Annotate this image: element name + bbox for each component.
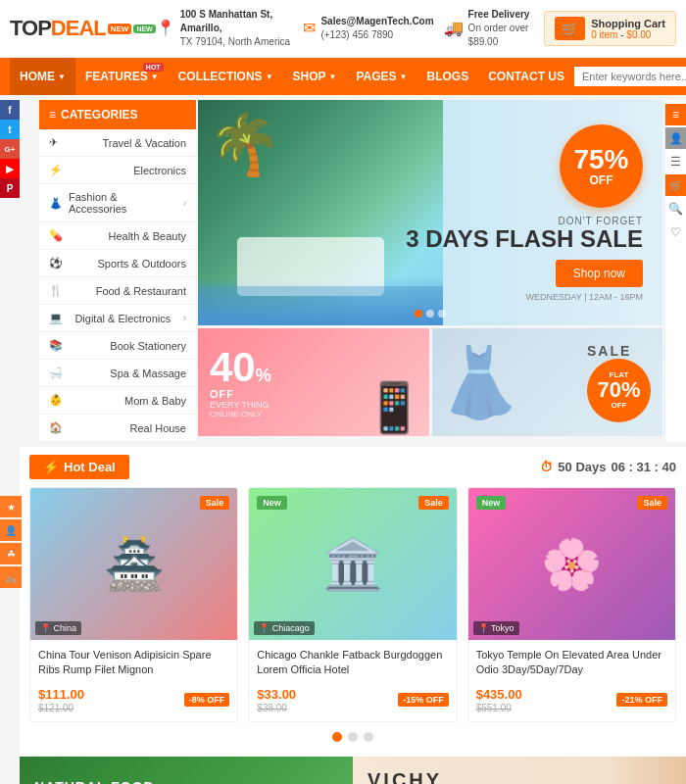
cat-electronics[interactable]: ⚡ Electronics [39,157,196,184]
product-3-sale-badge: Sale [637,496,667,510]
natural-food-banner[interactable]: NATURAL FOOD a step to better health 65%… [20,757,353,784]
social-googleplus[interactable]: G+ [0,139,20,159]
product-card-3[interactable]: 🌸 New Sale 📍 Tokyo Tokyo Temple On Eleva… [467,487,676,722]
email-icon: ✉ [303,18,316,39]
floating-btn-2[interactable]: 👤 [0,519,22,541]
cat-spa[interactable]: 🛁 Spa & Massage [39,360,196,387]
product-1-info: China Tour Venison Adipisicin Spare Ribs… [30,640,237,721]
hot-badge: HOT [143,63,164,72]
sub-banner1-text: 40% OFF EVERY THING ONLINE ONLY [210,347,271,418]
shop-arrow: ▼ [329,73,337,81]
dot-2[interactable] [426,310,434,318]
cat-book[interactable]: 📚 Book Stationery [39,332,196,360]
cat-house[interactable]: 🏠 Real House [39,415,196,442]
rs-list-btn[interactable]: ☰ [665,151,687,172]
product-2-sale-badge: Sale [418,496,449,510]
hero-palm-emoji: 🌴 [208,110,281,179]
cat-food[interactable]: 🍴 Food & Restaurant [39,277,196,305]
product-3-new-badge: New [476,496,507,510]
nav-blogs[interactable]: BLOGS [417,58,479,95]
nav-home[interactable]: HOME ▼ [10,58,75,95]
cat-fashion-label: Fashion & Accessories [69,191,177,215]
rs-heart-btn[interactable]: ♡ [665,221,687,243]
nav-collections[interactable]: COLLECTIONS ▼ [169,58,283,95]
product-pagination [29,732,676,742]
product-3-info: Tokyo Temple On Elevated Area Under Odio… [468,640,675,721]
hot-deal-section: ⚡ Hot Deal ⏱ 50 Days 06 : 31 : 40 🏯 Sale… [20,447,686,757]
cat-spa-icon: 🛁 [49,367,63,379]
cat-fashion[interactable]: 👗 Fashion & Accessories › [39,184,196,222]
pg-dot-3[interactable] [364,732,373,742]
cat-mom-icon: 👶 [49,394,63,407]
fashion-emoji: 👗 [437,342,522,422]
rs-cart-btn[interactable]: 🛒 [665,174,687,196]
cart-price: $0.00 [626,29,651,40]
dot-1[interactable] [415,310,422,318]
product-card-1[interactable]: 🏯 Sale 📍 China China Tour Venison Adipis… [29,487,238,722]
vichy-model: 👩 [608,757,686,784]
rs-user-btn[interactable]: 👤 [665,127,687,149]
nav-features[interactable]: FEATURES ▼ HOT [75,58,169,95]
product-card-2[interactable]: 🏛️ New Sale 📍 Chiacago Chicago Chankle F… [248,487,457,722]
pg-dot-1[interactable] [332,732,342,742]
hero-percent-badge: 75% OFF [560,124,643,208]
categories-sidebar: ≡ CATEGORIES ✈ Travel & Vacation ⚡ Elect… [39,100,196,442]
sub-banner-electronics[interactable]: 40% OFF EVERY THING ONLINE ONLY 📱 [198,328,429,436]
product-2-old-price: $38.00 [257,703,296,713]
products-grid: 🏯 Sale 📍 China China Tour Venison Adipis… [29,487,676,722]
logo[interactable]: TOPDEAL NEW NEW [10,16,156,41]
product-3-title: Tokyo Temple On Elevated Area Under Odio… [476,648,667,679]
product-2-price: $33.00 [257,687,296,702]
sub-banner1-percent: 40% [210,347,271,388]
sub-banner-fashion[interactable]: 👗 SALE FLAT 70% OFF [432,328,663,436]
product-1-title: China Tour Venison Adipisicin Spare Ribs… [38,648,229,679]
timer-clock-icon: ⏱ [540,460,553,474]
cart-label: Shopping Cart [591,18,665,29]
social-pinterest[interactable]: P [0,178,20,198]
cat-sports[interactable]: ⚽ Sports & Outdoors [39,250,196,277]
product-2-title: Chicago Chankle Fatback Burgdoggen Lorem… [257,648,448,679]
rs-search-btn[interactable]: 🔍 [665,198,687,220]
cat-spa-label: Spa & Massage [110,368,186,379]
dot-3[interactable] [438,310,446,318]
floating-btn-4[interactable]: 🚲 [0,566,22,588]
cat-health[interactable]: 💊 Health & Beauty [39,222,196,250]
product-2-price-row: $33.00 $38.00 -15% OFF [257,685,448,713]
floating-btn-1[interactable]: ★ [0,496,22,517]
phones-emoji: 📱 [364,379,424,436]
header-info: 📍 100 S Manhattan St, Amarillo, TX 79104… [156,8,544,49]
delivery-label: Free Delivery [468,9,530,20]
cat-digital[interactable]: 💻 Digital & Electronics › [39,305,196,332]
cat-sports-icon: ⚽ [49,257,63,270]
floating-btn-3[interactable]: ☘ [0,543,22,564]
nav-shop[interactable]: SHOP ▼ [283,58,347,95]
rs-menu-btn[interactable]: ≡ [665,104,687,125]
address-line1: 100 S Manhattan St, Amarillo, [180,9,272,33]
nav-contact[interactable]: CONTACT US [478,58,574,95]
social-facebook[interactable]: f [0,100,20,120]
sub-banner2-badge: FLAT 70% OFF [587,359,651,422]
cart-button[interactable]: 🛒 Shopping Cart 0 item - $0.00 [544,11,676,46]
search-area: 🔍 [574,66,686,88]
shop-now-button[interactable]: Shop now [556,260,643,287]
social-twitter[interactable]: t [0,120,20,139]
hero-percent-num: 75% [573,146,628,173]
hot-deal-header: ⚡ Hot Deal ⏱ 50 Days 06 : 31 : 40 [29,447,676,487]
bottom-banners: NATURAL FOOD a step to better health 65%… [20,757,686,784]
social-youtube[interactable]: ▶ [0,159,20,178]
cat-health-icon: 💊 [49,229,63,242]
product-1-price-row: $111.00 $121.00 -8% OFF [38,685,229,713]
search-input[interactable] [574,67,686,86]
sub-banner2-off: OFF [612,401,627,410]
email-info: ✉ Sales@MagenTech.Com (+123) 456 7890 [303,15,433,42]
nav-pages[interactable]: PAGES ▼ [346,58,416,95]
cat-mom[interactable]: 👶 Mom & Baby [39,387,196,415]
navbar: HOME ▼ FEATURES ▼ HOT COLLECTIONS ▼ SHOP… [0,58,686,95]
cat-house-label: Real House [130,422,186,434]
timer-days: 50 Days [558,460,606,474]
sub-banner1-line1: EVERY THING [210,400,271,410]
pg-dot-2[interactable] [348,732,358,742]
product-3-pricing: $435.00 $551.00 [476,685,522,713]
vichy-banner[interactable]: VICHY LABORATOIRES SKIN PERFECT EVERY DA… [353,757,686,784]
cat-travel[interactable]: ✈ Travel & Vacation [39,129,196,157]
